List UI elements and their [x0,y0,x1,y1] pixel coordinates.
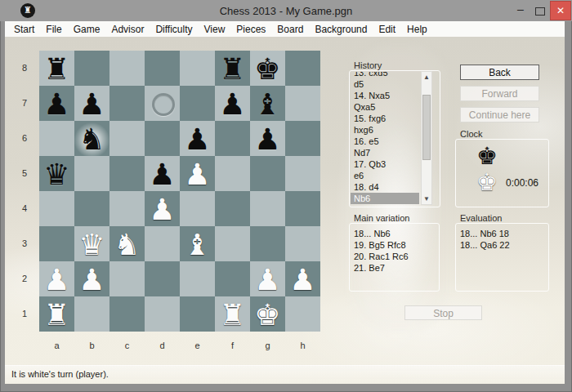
square-h8[interactable] [285,51,320,86]
square-f8[interactable]: ♜ [215,51,250,86]
square-b5[interactable] [74,156,109,191]
menu-item[interactable]: Difficulty [150,24,198,35]
square-e5[interactable]: ♟ [180,156,215,191]
square-e4[interactable] [180,191,215,226]
square-c7[interactable] [109,86,145,121]
square-e8[interactable] [180,51,215,86]
black-pawn[interactable]: ♟ [180,121,215,156]
square-d6[interactable] [145,121,180,156]
menu-item[interactable]: Background [309,24,373,35]
history-move[interactable]: e6 [351,170,419,181]
white-pawn[interactable]: ♟ [285,261,320,296]
square-a4[interactable] [39,191,74,226]
history-move[interactable]: hxg6 [351,124,419,136]
white-pawn[interactable]: ♟ [74,261,109,296]
square-g2[interactable]: ♟ [250,261,285,296]
menu-item[interactable]: View [199,24,231,35]
square-h2[interactable]: ♟ [285,261,320,296]
square-f3[interactable] [215,226,250,261]
scroll-up-icon[interactable]: ▲ [422,72,431,82]
square-c1[interactable] [109,296,145,332]
black-rook[interactable]: ♜ [215,51,250,86]
square-e6[interactable]: ♟ [180,121,215,156]
square-f1[interactable]: ♜ [215,296,250,332]
square-a5[interactable]: ♛ [39,156,74,191]
square-e3[interactable]: ♝ [180,226,215,261]
menu-item[interactable]: Board [271,24,309,35]
square-a2[interactable]: ♟ [39,261,74,296]
square-a1[interactable]: ♜ [39,296,74,332]
square-c3[interactable]: ♞ [109,226,145,261]
white-rook[interactable]: ♜ [215,296,250,332]
square-b8[interactable] [74,51,109,86]
black-pawn[interactable]: ♟ [250,121,285,156]
black-knight[interactable]: ♞ [74,121,109,156]
square-g7[interactable]: ♝ [250,86,285,121]
white-bishop[interactable]: ♝ [180,226,215,261]
square-a6[interactable] [39,121,74,156]
square-e2[interactable] [180,261,215,296]
white-rook[interactable]: ♜ [39,296,74,332]
square-h6[interactable] [285,121,320,156]
maximize-button[interactable] [531,1,549,20]
square-a3[interactable] [39,226,74,261]
square-b2[interactable]: ♟ [74,261,109,296]
white-pawn[interactable]: ♟ [145,191,180,226]
menu-item[interactable]: Game [68,24,106,35]
square-f6[interactable] [215,121,250,156]
square-b4[interactable] [74,191,109,226]
square-d8[interactable] [145,51,180,86]
square-g5[interactable] [250,156,285,191]
square-d1[interactable] [145,296,180,332]
black-pawn[interactable]: ♟ [74,86,109,121]
menu-item[interactable]: Pieces [230,24,271,35]
square-b6[interactable]: ♞ [74,121,109,156]
square-c6[interactable] [109,121,145,156]
close-button[interactable]: ✕ [550,1,571,20]
square-e7[interactable] [180,86,215,121]
square-a7[interactable]: ♟ [39,86,74,121]
square-f7[interactable]: ♟ [215,86,250,121]
black-queen[interactable]: ♛ [39,156,74,191]
square-d7[interactable] [145,86,180,121]
square-g4[interactable] [250,191,285,226]
square-h7[interactable] [285,86,320,121]
menu-item[interactable]: Start [8,24,40,35]
stop-button[interactable]: Stop [404,305,482,320]
history-scrollbar[interactable]: ▲ ▼ [421,71,432,205]
square-c2[interactable] [109,261,145,296]
history-move[interactable]: Nd7 [351,147,419,158]
square-c8[interactable] [109,51,145,86]
square-f5[interactable] [215,156,250,191]
black-pawn[interactable]: ♟ [215,86,250,121]
menu-item[interactable]: File [40,24,67,35]
square-h5[interactable] [285,156,320,191]
scroll-down-icon[interactable]: ▼ [422,194,431,204]
history-move[interactable]: Qxa5 [351,101,419,113]
square-f4[interactable] [215,191,250,226]
history-move[interactable]: 17. Qb3 [351,158,419,170]
white-knight[interactable]: ♞ [109,226,145,261]
square-a8[interactable]: ♜ [39,51,74,86]
forward-button[interactable]: Forward [460,86,539,101]
square-d2[interactable] [145,261,180,296]
square-f2[interactable] [215,261,250,296]
history-move[interactable]: 18. d4 [351,181,419,193]
scrollbar-thumb[interactable] [422,95,431,160]
square-g6[interactable]: ♟ [250,121,285,156]
back-button[interactable]: Back [460,65,539,80]
square-b1[interactable] [74,296,109,332]
menu-item[interactable]: Help [401,24,433,35]
square-d3[interactable] [145,226,180,261]
menu-item[interactable]: Advisor [105,24,150,35]
square-d5[interactable]: ♟ [145,156,180,191]
history-move[interactable]: Nb6 [351,193,419,204]
square-d4[interactable]: ♟ [145,191,180,226]
black-pawn[interactable]: ♟ [39,86,74,121]
square-h3[interactable] [285,226,320,261]
history-move[interactable]: 15. fxg6 [351,113,419,124]
square-b7[interactable]: ♟ [74,86,109,121]
square-g1[interactable]: ♚ [250,296,285,332]
square-g8[interactable]: ♚ [250,51,285,86]
white-pawn[interactable]: ♟ [39,261,74,296]
